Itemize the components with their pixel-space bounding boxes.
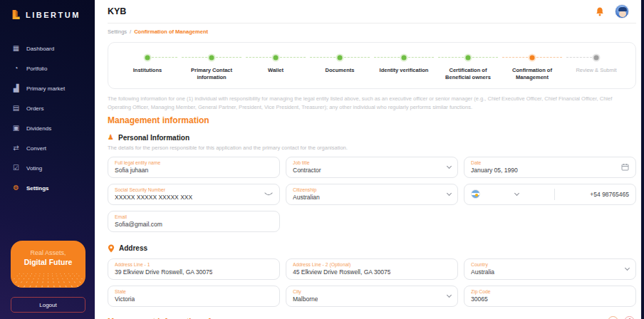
- sidebar-item-label: Dashboard: [26, 46, 54, 52]
- personal-fields-row1: Full legal entity name Sofia juhaan Job …: [108, 157, 636, 178]
- step-identity-verification[interactable]: Identity verification: [372, 53, 436, 81]
- libertum-logo: LIBERTUM: [0, 0, 95, 20]
- promo-line1: Real Assets,: [11, 249, 85, 256]
- personal-fields-row2: Social Security Number XXXXX XXXXX XXXXX…: [108, 184, 636, 205]
- sidebar-item-orders[interactable]: ▤ Orders: [0, 98, 95, 118]
- step-documents[interactable]: Documents: [308, 53, 372, 81]
- step-dot: [594, 56, 599, 61]
- field-value: Victoria: [115, 296, 135, 303]
- citizenship-select[interactable]: Citizenship Australian: [286, 184, 458, 205]
- stepper-card: Institutions Primary Contact information…: [108, 42, 636, 89]
- sidebar-item-label: Primary market: [26, 85, 65, 92]
- field-label: Address Line - 1: [115, 262, 212, 267]
- job-title-select[interactable]: Job title Contractor: [286, 157, 458, 178]
- delete-button[interactable]: [624, 316, 635, 319]
- eye-off-icon[interactable]: [264, 192, 273, 197]
- address-title: Address: [119, 244, 147, 252]
- main-content: KYB Settings / Confirmation of Managemen…: [95, 0, 644, 319]
- sidebar-item-primary-market[interactable]: ▟ Primary market: [0, 78, 95, 98]
- address-fields-row2: State Victoria City Malborne Zip Code 30…: [108, 286, 636, 307]
- step-confirmation-management[interactable]: Confirmation of Management: [500, 53, 564, 81]
- orders-icon: ▤: [11, 105, 21, 112]
- personal-information-title: Personal Information: [118, 134, 189, 142]
- step-label: Documents: [308, 67, 372, 74]
- step-dot: [530, 56, 535, 61]
- field-value: Australian: [293, 194, 320, 201]
- libertum-logo-icon: [11, 9, 21, 20]
- topbar-actions: [595, 4, 636, 19]
- step-label: Primary Contact information: [180, 67, 244, 81]
- user-avatar[interactable]: [615, 4, 629, 19]
- logout-button[interactable]: Logout: [11, 297, 85, 313]
- divider: [554, 189, 555, 200]
- address-line-2-field[interactable]: Address Line - 2 (Optional) 45 Elkview D…: [286, 258, 458, 280]
- sidebar-item-dashboard[interactable]: ▦ Dashboard: [0, 38, 95, 58]
- record-actions: ✎: [608, 316, 636, 319]
- location-pin-icon: [108, 244, 115, 253]
- step-dot: [209, 56, 214, 61]
- personal-fields-row3: Email Sofia@gmail.com: [108, 211, 636, 232]
- sidebar-item-label: Settings: [26, 185, 49, 192]
- sidebar-item-convert[interactable]: ⇄ Convert: [0, 138, 95, 158]
- field-label: Zip Code: [471, 289, 491, 294]
- calendar-icon[interactable]: [621, 163, 629, 171]
- step-primary-contact[interactable]: Primary Contact information: [180, 53, 244, 81]
- field-label: Address Line - 2 (Optional): [293, 262, 390, 267]
- field-value: Malborne: [293, 296, 318, 303]
- convert-icon: ⇄: [11, 145, 21, 152]
- field-value: Australia: [471, 268, 494, 276]
- step-label: Review & Submit: [564, 67, 628, 74]
- breadcrumb-current: Confirmation of Management: [134, 28, 208, 35]
- field-label: State: [115, 289, 135, 294]
- field-label: Citizenship: [293, 187, 320, 192]
- sidebar-item-voting[interactable]: ☑ Voting: [0, 158, 95, 178]
- field-value: XXXXX XXXXX XXXXX XXX: [115, 194, 192, 201]
- country-select[interactable]: Country Australia: [464, 258, 636, 280]
- field-value: 30065: [471, 296, 491, 303]
- window-edge-scrollbar-track[interactable]: [641, 0, 644, 319]
- city-select[interactable]: City Malborne: [286, 286, 458, 307]
- dividends-icon: ▣: [11, 125, 21, 132]
- breadcrumb-separator: /: [130, 28, 131, 35]
- state-field[interactable]: State Victoria: [108, 286, 280, 307]
- field-value: Sofia juhaan: [115, 167, 160, 174]
- step-review-submit[interactable]: Review & Submit: [564, 53, 628, 81]
- notification-bell-icon[interactable]: [595, 6, 605, 17]
- chevron-down-icon: [447, 163, 452, 168]
- bar-chart-icon: ▟: [11, 85, 21, 92]
- pie-chart-icon: ◔: [11, 65, 21, 72]
- sidebar-item-label: Dividends: [26, 125, 51, 132]
- promo-line2: Digital Future: [11, 258, 85, 266]
- date-of-birth-field[interactable]: Date January 05, 1990: [464, 157, 636, 178]
- zip-code-field[interactable]: Zip Code 30065: [464, 286, 636, 307]
- field-value: 39 Elkview Drive Roswell, GA 30075: [115, 268, 212, 276]
- field-label: City: [293, 289, 318, 294]
- step-institutions[interactable]: Institutions: [115, 53, 180, 81]
- person-icon: ♟: [108, 134, 114, 141]
- breadcrumb-settings[interactable]: Settings: [108, 28, 127, 35]
- step-dot: [466, 56, 471, 61]
- step-wallet[interactable]: Wallet: [244, 53, 308, 81]
- address-header: Address: [108, 244, 636, 253]
- management-information-title: Management information: [108, 115, 636, 125]
- address-line-1-field[interactable]: Address Line - 1 39 Elkview Drive Roswel…: [108, 258, 280, 280]
- sidebar-item-portfolio[interactable]: ◔ Portfolio: [0, 58, 95, 78]
- sidebar-item-dividends[interactable]: ▣ Dividends: [0, 118, 95, 138]
- full-legal-entity-name-field[interactable]: Full legal entity name Sofia juhaan: [108, 157, 280, 178]
- step-certification-beneficial-owners[interactable]: Certification of Beneficial owners: [436, 53, 500, 81]
- step-label: Identity verification: [372, 67, 436, 74]
- social-security-number-field[interactable]: Social Security Number XXXXX XXXXX XXXXX…: [108, 184, 280, 205]
- personal-information-header: ♟ Personal Information: [108, 134, 636, 142]
- step-dot: [338, 56, 343, 61]
- field-label: Date: [471, 160, 518, 165]
- email-field[interactable]: Email Sofia@gmail.com: [108, 211, 280, 232]
- sidebar-item-label: Voting: [26, 165, 42, 172]
- sidebar-item-settings[interactable]: ⚙ Settings: [0, 178, 95, 198]
- chevron-down-icon: [447, 190, 452, 195]
- chevron-down-icon: [447, 292, 452, 297]
- phone-number-field[interactable]: +54 98765465: [464, 184, 636, 205]
- edit-button[interactable]: ✎: [608, 316, 618, 319]
- argentina-flag-icon[interactable]: [471, 189, 480, 199]
- step-dot: [145, 56, 150, 61]
- chevron-down-icon[interactable]: [514, 190, 519, 195]
